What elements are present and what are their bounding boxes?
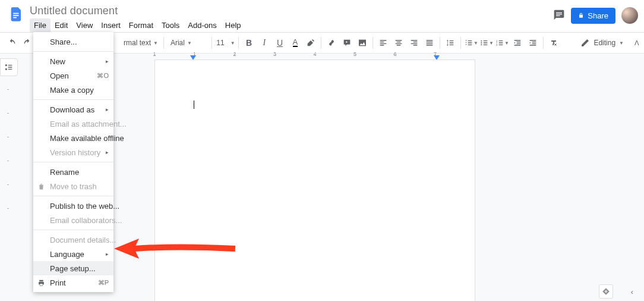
menu-format[interactable]: Format	[125, 18, 157, 32]
menu-page-setup[interactable]: Page setup...	[33, 261, 113, 275]
dropdown-separator	[33, 162, 113, 162]
menu-item-label: Language	[50, 250, 84, 259]
menu-item-label: Page setup...	[50, 264, 96, 273]
italic-button[interactable]: I	[257, 35, 272, 51]
menu-file[interactable]: File	[30, 18, 50, 32]
chevron-down-icon: ▼	[489, 40, 494, 46]
document-title[interactable]: Untitled document	[30, 5, 553, 17]
menu-help[interactable]: Help	[221, 18, 245, 32]
toolbar-right: Editing ▼ ᐱ	[580, 38, 639, 48]
header-bar: Untitled document File Edit View Insert …	[0, 0, 644, 32]
menu-item-label: Print	[50, 278, 66, 287]
plus-diamond-icon	[602, 287, 610, 296]
text-cursor	[194, 101, 194, 109]
editing-mode[interactable]: Editing ▼	[580, 38, 624, 48]
comments-icon[interactable]	[553, 9, 565, 23]
bullet-list-button[interactable]: ▼	[479, 35, 494, 51]
redo-button[interactable]	[20, 35, 34, 51]
menu-edit[interactable]: Edit	[50, 18, 72, 32]
header-right: Share	[553, 4, 638, 24]
link-button[interactable]	[324, 35, 339, 51]
document-page[interactable]	[154, 59, 475, 301]
share-button[interactable]: Share	[571, 8, 615, 24]
menu-item-label: Make a copy	[50, 86, 94, 95]
side-panel-toggle[interactable]: ‹	[626, 286, 638, 297]
menu-download-as[interactable]: Download as▸	[33, 102, 113, 117]
menu-view[interactable]: View	[72, 18, 97, 32]
menu-item-label: Document details...	[50, 236, 116, 244]
svg-point-9	[481, 44, 482, 45]
toolbar-separator	[460, 37, 461, 49]
dropdown-separator	[33, 230, 113, 230]
chevron-down-icon: ▼	[619, 40, 624, 46]
toolbar-separator	[238, 37, 239, 49]
collapse-icon[interactable]: ᐱ	[634, 39, 639, 47]
menu-open[interactable]: Open⌘O	[33, 68, 113, 83]
numbered-list-button[interactable]: 123▼	[495, 35, 509, 51]
outline-icon	[4, 62, 14, 72]
chevron-down-icon: ▼	[231, 40, 235, 46]
underline-button[interactable]: U	[273, 35, 287, 51]
menu-tools[interactable]: Tools	[157, 18, 184, 32]
vertical-ruler: - - - - - - -	[6, 54, 15, 301]
trash-icon	[37, 182, 45, 190]
shortcut-label: ⌘P	[98, 279, 109, 287]
text-color-button[interactable]: A	[288, 35, 302, 51]
svg-point-7	[481, 40, 482, 42]
shortcut-label: ⌘O	[97, 72, 109, 80]
align-left-button[interactable]	[376, 35, 390, 51]
menu-item-label: Email as attachment...	[50, 120, 127, 128]
menu-rename[interactable]: Rename	[33, 165, 113, 179]
menu-publish-to-the-web[interactable]: Publish to the web...	[33, 199, 113, 213]
indent-increase-button[interactable]	[526, 35, 540, 51]
svg-rect-5	[556, 15, 560, 15]
menu-item-label: Open	[50, 71, 69, 80]
avatar[interactable]	[621, 7, 638, 24]
menu-document-details: Document details...	[33, 233, 113, 247]
undo-button[interactable]	[5, 35, 19, 51]
indent-decrease-button[interactable]	[510, 35, 525, 51]
menu-addons[interactable]: Add-ons	[184, 18, 220, 32]
menu-new[interactable]: New▸	[33, 54, 113, 68]
docs-logo[interactable]	[6, 4, 27, 25]
submenu-arrow-icon: ▸	[106, 251, 109, 257]
editing-label: Editing	[594, 39, 615, 47]
fontsize-select[interactable]: 11▼	[215, 36, 235, 50]
outline-toggle[interactable]	[0, 58, 18, 76]
svg-rect-15	[40, 284, 42, 286]
line-spacing-button[interactable]	[443, 35, 457, 51]
align-right-button[interactable]	[407, 35, 421, 51]
menu-make-available-offline[interactable]: Make available offline	[33, 131, 113, 145]
file-dropdown: Share...New▸Open⌘OMake a copyDownload as…	[33, 32, 113, 292]
svg-rect-13	[5, 64, 7, 66]
bold-button[interactable]: B	[242, 35, 256, 51]
explore-button[interactable]	[599, 284, 613, 299]
menu-item-label: New	[50, 57, 65, 66]
image-button[interactable]	[355, 35, 370, 51]
toolbar-separator	[321, 37, 321, 49]
menu-make-a-copy[interactable]: Make a copy	[33, 83, 113, 97]
title-area: Untitled document File Edit View Insert …	[27, 4, 553, 32]
style-select[interactable]: rmal text▼	[120, 36, 160, 50]
clear-format-button[interactable]	[547, 35, 561, 51]
chevron-down-icon: ▼	[504, 40, 509, 46]
dropdown-separator	[33, 99, 113, 100]
font-select[interactable]: Arial▼	[167, 36, 209, 50]
menu-item-label: Rename	[50, 168, 79, 177]
highlight-button[interactable]	[304, 35, 318, 51]
menu-language[interactable]: Language▸	[33, 247, 113, 261]
comment-button[interactable]	[340, 35, 354, 51]
menu-insert[interactable]: Insert	[97, 18, 125, 32]
menu-share[interactable]: Share...	[33, 35, 113, 49]
lock-icon	[578, 12, 584, 18]
svg-point-8	[481, 42, 482, 43]
menu-version-history: Version history▸	[33, 145, 113, 159]
chevron-down-icon: ▼	[153, 40, 158, 46]
checklist-button[interactable]: ▼	[464, 35, 478, 51]
svg-rect-3	[556, 12, 562, 12]
share-label: Share	[588, 11, 608, 20]
pencil-icon	[580, 38, 590, 48]
menu-print[interactable]: Print⌘P	[33, 275, 113, 290]
align-justify-button[interactable]	[422, 35, 437, 51]
align-center-button[interactable]	[392, 35, 406, 51]
